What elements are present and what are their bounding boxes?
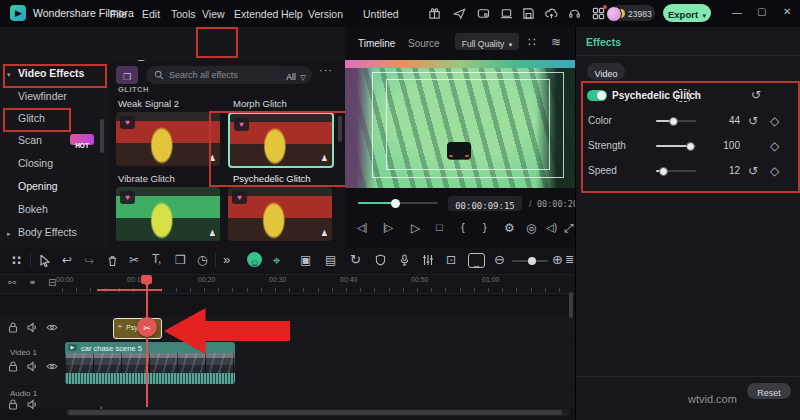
split-view-icon[interactable]: ∷: [528, 36, 536, 48]
motion-tracking-icon[interactable]: ⌖: [273, 253, 280, 269]
menu-view[interactable]: View: [202, 8, 225, 20]
avatar[interactable]: [606, 6, 622, 22]
gift-icon[interactable]: [428, 7, 441, 20]
group-link-icon[interactable]: ⚭: [28, 277, 36, 288]
mask-caret-icon[interactable]: ▾: [694, 91, 698, 99]
menu-file[interactable]: File: [110, 8, 127, 20]
favorite-heart-icon[interactable]: ♥: [120, 191, 135, 204]
speed-reset-icon[interactable]: ↺: [748, 165, 758, 177]
play-button[interactable]: ▷: [411, 222, 420, 234]
delete-icon[interactable]: [107, 255, 118, 267]
color-value[interactable]: 44: [724, 115, 740, 126]
playhead-line[interactable]: [146, 275, 148, 407]
sidebar-item-video-effects[interactable]: Video Effects: [18, 67, 84, 79]
shield-icon[interactable]: [375, 254, 386, 266]
effect-reset-icon[interactable]: ↺: [751, 89, 761, 101]
lock-icon[interactable]: [8, 322, 18, 333]
horizontal-scrollbar[interactable]: [65, 409, 570, 416]
text-tool-icon[interactable]: T,: [152, 253, 161, 265]
preview-tab-source[interactable]: Source: [408, 38, 440, 49]
export-button[interactable]: Export ▾: [663, 4, 711, 22]
video-clip-car-chase[interactable]: ▶ car chase scene 5: [65, 342, 235, 384]
favorite-heart-icon[interactable]: ♥: [234, 118, 249, 131]
zoom-in-icon[interactable]: ⊕: [552, 253, 563, 266]
playback-settings-icon[interactable]: ⚙: [504, 222, 515, 234]
favorites-button[interactable]: ❒: [116, 66, 138, 84]
sidebar-scrollbar[interactable]: [100, 119, 104, 153]
save-icon[interactable]: [522, 7, 535, 20]
ai-smiley-icon[interactable]: ☺: [247, 252, 262, 267]
pip-icon[interactable]: ❐: [175, 254, 186, 266]
quality-dropdown[interactable]: Full Quality ▾: [455, 33, 519, 50]
zoom-slider-handle[interactable]: [528, 257, 536, 265]
speed-clock-icon[interactable]: ◷: [197, 254, 207, 266]
preview-scrubber[interactable]: [358, 202, 438, 204]
expand-arrow-icon[interactable]: ▸: [7, 230, 11, 238]
effect-enable-toggle[interactable]: [587, 90, 607, 101]
more-options-button[interactable]: ···: [319, 64, 333, 76]
apps-grid-icon[interactable]: ∷: [12, 254, 21, 267]
laptop-icon[interactable]: [500, 7, 513, 20]
close-button[interactable]: ✕: [783, 7, 791, 17]
more-tools-icon[interactable]: »: [223, 253, 230, 266]
undo-icon[interactable]: ↩: [62, 254, 72, 266]
preview-tab-timeline[interactable]: Timeline: [358, 38, 395, 49]
tab-video-properties[interactable]: Video: [587, 63, 625, 80]
eye-icon[interactable]: [46, 361, 58, 372]
sidebar-item-glitch[interactable]: Glitch: [18, 112, 45, 124]
strength-value[interactable]: 100: [718, 140, 740, 151]
menu-edit[interactable]: Edit: [142, 8, 160, 20]
timecode-current-box[interactable]: 00:00:09:15: [448, 196, 522, 211]
playhead-cut-button[interactable]: ✂: [137, 317, 157, 337]
favorite-heart-icon[interactable]: ♥: [232, 191, 247, 204]
audio-mixer-icon[interactable]: [422, 254, 434, 266]
sidebar-item-bokeh[interactable]: Bokeh: [18, 203, 48, 215]
speed-slider[interactable]: [656, 170, 696, 172]
color-reset-icon[interactable]: ↺: [748, 115, 758, 127]
cloud-upload-icon[interactable]: [545, 7, 558, 20]
auto-ripple-icon[interactable]: ↔: [468, 253, 485, 268]
split-scissors-icon[interactable]: ✂: [129, 254, 139, 266]
record-icon[interactable]: ▣: [300, 254, 311, 266]
previous-frame-button[interactable]: ◁|: [357, 223, 367, 233]
snapshot-icon[interactable]: ◎: [526, 222, 536, 234]
voiceover-mic-icon[interactable]: [399, 254, 410, 266]
speed-keyframe-icon[interactable]: ◇: [770, 165, 779, 177]
next-frame-button[interactable]: |▷: [383, 223, 393, 233]
color-slider[interactable]: [656, 120, 696, 122]
layout-grid-icon[interactable]: [592, 7, 605, 20]
minimize-button[interactable]: —: [732, 8, 742, 18]
effect-label-psychedelic-glitch[interactable]: Psychedelic Glitch: [233, 173, 311, 184]
reset-button[interactable]: Reset: [747, 383, 791, 399]
audio-track-lane[interactable]: [0, 387, 575, 408]
menu-tools[interactable]: Tools: [171, 8, 196, 20]
fullscreen-icon[interactable]: ⤢: [564, 222, 574, 234]
horizontal-scrollbar-thumb[interactable]: [68, 410, 562, 415]
loop-record-icon[interactable]: ↻: [350, 253, 361, 266]
mark-in-button[interactable]: {: [461, 222, 465, 233]
strength-slider[interactable]: [656, 145, 696, 147]
mark-out-button[interactable]: }: [483, 222, 487, 233]
maximize-button[interactable]: ▢: [757, 7, 766, 17]
scopes-icon[interactable]: ≋: [551, 36, 561, 48]
color-keyframe-icon[interactable]: ◇: [770, 115, 779, 127]
menu-help[interactable]: Help: [281, 8, 303, 20]
mask-icon[interactable]: [676, 89, 690, 102]
favorite-heart-icon[interactable]: ♥: [120, 116, 135, 129]
share-icon[interactable]: [453, 7, 466, 20]
select-tool-icon[interactable]: [40, 255, 51, 267]
effect-label-weak-signal-2[interactable]: Weak Signal 2: [118, 98, 179, 109]
mute-speaker-icon[interactable]: [27, 399, 38, 410]
link-clips-icon[interactable]: ⚯: [8, 277, 16, 288]
redo-icon[interactable]: ↪: [84, 254, 94, 268]
sidebar-item-body-effects[interactable]: Body Effects: [18, 226, 77, 238]
mute-speaker-icon[interactable]: [27, 322, 38, 333]
strength-keyframe-icon[interactable]: ◇: [770, 140, 779, 152]
overlay-guide-inner[interactable]: [386, 79, 550, 170]
timeline-zoom-slider[interactable]: [512, 260, 548, 262]
lock-icon[interactable]: [8, 399, 18, 410]
filter-all-button[interactable]: All ▽: [280, 66, 312, 84]
sidebar-item-opening[interactable]: Opening: [18, 180, 58, 192]
effect-label-morph-glitch[interactable]: Morph Glitch: [233, 98, 287, 109]
track-height-icon[interactable]: ≣: [565, 254, 574, 265]
